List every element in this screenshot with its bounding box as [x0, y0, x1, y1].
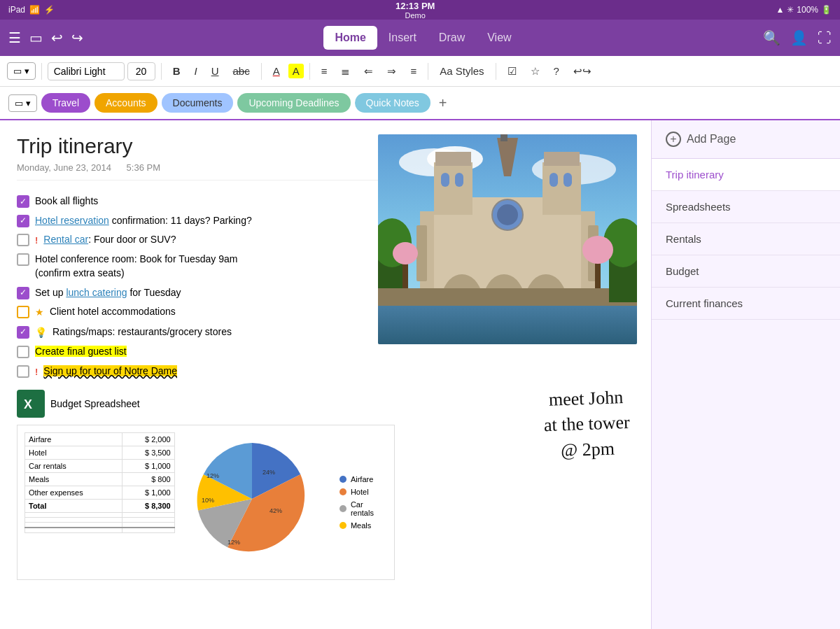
checkbox-6[interactable] — [17, 326, 29, 339]
catering-link[interactable]: lunch catering — [66, 287, 127, 298]
svg-point-27 — [582, 236, 613, 264]
svg-point-29 — [393, 242, 418, 264]
bullet-list-button[interactable]: ≡ — [316, 62, 333, 80]
tab-home[interactable]: Home — [323, 26, 377, 50]
align-button[interactable]: ≡ — [405, 62, 422, 80]
add-page-label: Add Page — [687, 133, 736, 146]
legend-label: Airfare — [351, 475, 373, 483]
highlighted-text: Create final guest list — [35, 346, 127, 357]
tab-documents[interactable]: Documents — [162, 93, 234, 113]
battery-icon: 🔋 — [821, 5, 832, 15]
budget-label: Other expenses — [25, 486, 122, 500]
sidebar-page-current-finances[interactable]: Current finances — [652, 288, 840, 320]
exclaim-icon-2: ! — [35, 366, 38, 379]
checkbox-button[interactable]: ☑ — [502, 62, 522, 80]
legend-dot-meals — [340, 522, 346, 529]
svg-rect-21 — [564, 173, 572, 187]
sidebar-page-spreadsheets[interactable]: Spreadsheets — [652, 191, 840, 223]
svg-text:12%: 12% — [227, 539, 240, 546]
font-name-input[interactable] — [48, 62, 125, 80]
font-size-input[interactable] — [127, 62, 155, 80]
checkbox-1[interactable] — [17, 195, 29, 208]
checkbox-4[interactable] — [17, 253, 29, 266]
budget-spreadsheet-label: Budget Spreadsheet — [50, 398, 140, 409]
budget-container: Airfare $ 2,000 Hotel $ 3,500 Car rental… — [17, 425, 395, 580]
help-button[interactable]: ? — [548, 62, 565, 80]
page-layout-toggle[interactable]: ▭ ▾ — [8, 94, 37, 112]
add-page-circle-icon: + — [666, 132, 681, 147]
svg-rect-23 — [378, 288, 637, 306]
tab-deadlines[interactable]: Upcoming Deadlines — [237, 93, 350, 113]
star-checkbox[interactable] — [17, 306, 29, 318]
checkbox-3[interactable] — [17, 234, 29, 246]
checkbox-2[interactable] — [17, 215, 29, 227]
svg-rect-15 — [544, 152, 580, 166]
budget-label: Meals — [25, 473, 122, 486]
svg-rect-20 — [550, 173, 558, 187]
item-text: Book all flights — [35, 195, 98, 209]
styles-button[interactable]: Aa Styles — [434, 62, 489, 80]
budget-label: Total — [25, 500, 122, 513]
budget-value: $ 1,000 — [122, 460, 174, 473]
svg-rect-18 — [441, 173, 449, 187]
star-button[interactable]: ☆ — [525, 62, 545, 80]
add-tab-button[interactable]: + — [435, 95, 451, 111]
legend-label: Meals — [351, 521, 371, 530]
add-user-icon[interactable]: 👤 — [790, 29, 808, 46]
hotel-link[interactable]: Hotel reservation — [35, 215, 109, 226]
item-text: Hotel reservation confirmation: 11 days?… — [35, 214, 252, 228]
tab-insert[interactable]: Insert — [377, 26, 428, 50]
more-button[interactable]: ↩↪ — [568, 62, 597, 80]
tab-travel[interactable]: Travel — [41, 93, 90, 113]
checkbox-7[interactable] — [17, 346, 29, 358]
svg-text:24%: 24% — [262, 469, 275, 476]
note-date: Monday, June 23, 2014 — [17, 162, 111, 173]
fullscreen-icon[interactable]: ⛶ — [818, 30, 832, 46]
item-text: Sign up for tour of Notre Dame — [43, 365, 177, 379]
note-area: Trip itinerary Monday, June 23, 2014 5:3… — [0, 120, 651, 629]
notebook-icon[interactable]: ▭ — [29, 29, 43, 46]
sidebar-page-budget[interactable]: Budget — [652, 255, 840, 288]
checkbox-8[interactable] — [17, 365, 29, 378]
rental-link[interactable]: Rental car — [43, 234, 88, 245]
tab-accounts[interactable]: Accounts — [94, 93, 158, 113]
list-item: ! Sign up for tour of Notre Dame — [17, 365, 634, 379]
svg-text:42%: 42% — [270, 507, 282, 514]
chart-legend: Airfare Hotel Car rentals Meals — [340, 432, 387, 572]
bold-button[interactable]: B — [167, 62, 186, 80]
increase-indent-button[interactable]: ⇒ — [382, 62, 402, 80]
menu-icon[interactable]: ☰ — [8, 29, 21, 46]
undo-icon[interactable]: ↩ — [51, 29, 63, 46]
strikethrough-button[interactable]: abc — [227, 62, 255, 80]
font-color-button[interactable]: A — [267, 62, 286, 80]
table-row: Hotel $ 3,500 — [25, 446, 175, 460]
legend-dot-carrentals — [340, 505, 346, 512]
svg-rect-22 — [378, 302, 637, 344]
tab-quicknotes[interactable]: Quick Notes — [355, 93, 430, 113]
underline-button[interactable]: U — [206, 62, 225, 80]
budget-label: Airfare — [25, 433, 122, 446]
legend-item: Car rentals — [340, 500, 387, 517]
table-row: Total $ 8,300 — [25, 500, 175, 513]
status-right: ▲ ✳ 100% 🔋 — [776, 5, 832, 15]
decrease-indent-button[interactable]: ⇐ — [358, 62, 379, 80]
budget-value: $ 800 — [122, 473, 174, 486]
tab-view[interactable]: View — [476, 26, 522, 50]
toolbar: ☰ ▭ ↩ ↪ Home Insert Draw View 🔍 👤 ⛶ — [0, 20, 840, 56]
signal-icon: ⚡ — [44, 5, 55, 15]
highlighted-text-2: Sign up for tour of Notre Dame — [43, 365, 177, 376]
italic-button[interactable]: I — [188, 62, 202, 80]
sidebar-page-trip-itinerary[interactable]: Trip itinerary — [652, 159, 840, 191]
page-toggle[interactable]: ▭ ▾ — [7, 62, 36, 80]
budget-value: $ 3,500 — [122, 446, 174, 460]
add-page-button[interactable]: + Add Page — [652, 120, 840, 159]
tab-draw[interactable]: Draw — [428, 26, 476, 50]
sidebar-page-rentals[interactable]: Rentals — [652, 223, 840, 255]
redo-icon[interactable]: ↪ — [71, 29, 83, 46]
status-bar: iPad 📶 ⚡ 12:13 PM Demo ▲ ✳ 100% 🔋 — [0, 0, 840, 20]
item-text: Client hotel accommodations — [50, 305, 176, 319]
search-icon[interactable]: 🔍 — [763, 29, 780, 46]
highlight-button[interactable]: A — [288, 64, 304, 78]
numbered-list-button[interactable]: ≣ — [335, 62, 356, 80]
checkbox-5[interactable] — [17, 287, 29, 299]
